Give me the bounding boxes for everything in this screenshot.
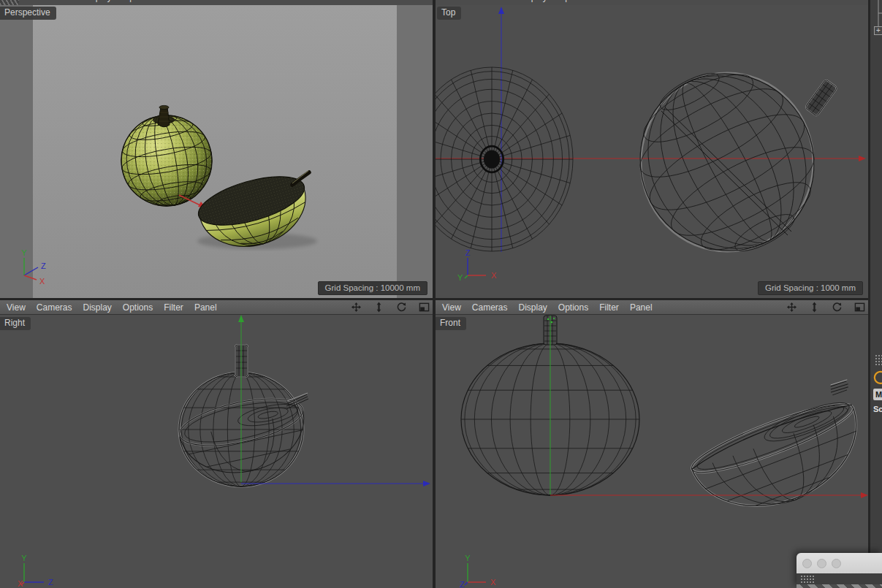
menu-options[interactable]: Options — [558, 0, 588, 2]
menu-display[interactable]: Display — [83, 0, 111, 2]
perspective-scene: Y Z X — [0, 5, 433, 298]
apple-stem — [158, 105, 170, 126]
grid-spacing-badge: Grid Spacing : 10000 mm — [318, 281, 427, 295]
menu-view[interactable]: View — [442, 0, 461, 2]
apple-object[interactable] — [114, 105, 219, 213]
floating-window-content-edge — [797, 584, 882, 588]
front-canvas[interactable]: Y Z X — [436, 315, 868, 588]
menu-filter[interactable]: Filter — [599, 302, 619, 313]
gizmo-z-label: Z — [41, 261, 46, 270]
maximize-icon[interactable] — [854, 302, 865, 313]
perspective-canvas[interactable]: Y Z X — [0, 5, 433, 298]
menu-cameras[interactable]: Cameras — [472, 0, 508, 2]
window-close-button[interactable] — [802, 559, 812, 568]
menu-panel[interactable]: Panel — [194, 302, 217, 313]
menu-panel[interactable]: Panel — [630, 0, 653, 2]
window-zoom-button[interactable] — [832, 559, 841, 568]
viewport-splitter-horizontal[interactable] — [0, 298, 868, 300]
rotate-icon[interactable] — [831, 302, 843, 313]
right-scene: Y X Z — [0, 315, 433, 588]
menu-filter[interactable]: Filter — [164, 0, 183, 2]
rotate-tool-icon[interactable] — [873, 370, 882, 386]
menu-cameras[interactable]: Cameras — [37, 302, 72, 313]
menubar-grip[interactable] — [0, 0, 19, 5]
gizmo-y-label: Y — [457, 273, 463, 282]
apple-half-object-frontview[interactable] — [680, 375, 868, 530]
axis-gizmo: Y Z X — [460, 554, 496, 588]
menu-view[interactable]: View — [442, 302, 461, 313]
x-axis-arrowhead — [859, 156, 866, 161]
apple-half-object-topview[interactable] — [608, 42, 845, 283]
grid-spacing-badge: Grid Spacing : 1000 mm — [758, 281, 863, 295]
viewport-perspective: View Cameras Display Options Filter Pane… — [0, 0, 433, 298]
gizmo-y-label: Y — [21, 248, 27, 257]
z-axis-arrowhead — [498, 7, 504, 14]
pan-icon[interactable] — [350, 302, 362, 313]
gizmo-z-label: Z — [460, 580, 465, 588]
apple-object-topview[interactable] — [436, 67, 573, 251]
floating-window-titlebar[interactable] — [797, 553, 882, 573]
axis-gizmo: Y X Z — [18, 554, 53, 588]
menu-display[interactable]: Display — [518, 302, 547, 313]
gizmo-x-label: X — [491, 271, 497, 280]
gizmo-x-label: X — [39, 277, 45, 286]
axis-gizmo: Z Y X — [457, 248, 497, 282]
gizmo-x-label: X — [490, 578, 496, 587]
floating-window — [797, 553, 882, 588]
viewport-splitter-vertical[interactable] — [433, 0, 436, 588]
mode-chip[interactable]: M — [873, 389, 882, 400]
panel-truncated-label: Sc — [873, 405, 882, 413]
gizmo-z-label: Z — [48, 578, 53, 587]
z-axis-arrowhead — [423, 481, 430, 486]
menu-cameras[interactable]: Cameras — [472, 302, 508, 313]
maximize-icon[interactable] — [418, 302, 430, 313]
gizmo-x-label: X — [18, 579, 23, 588]
right-canvas[interactable]: Y X Z — [0, 315, 433, 588]
viewport-label: Right — [0, 317, 31, 330]
front-scene: Y Z X — [436, 315, 868, 588]
app-window: View Cameras Display Options Filter Pane… — [0, 0, 882, 588]
menu-panel[interactable]: Panel — [630, 302, 653, 313]
viewport-top: View Cameras Display Options Filter Pane… — [436, 0, 868, 298]
toolbar-grip[interactable] — [800, 575, 815, 583]
menu-panel[interactable]: Panel — [194, 0, 217, 2]
top-menubar-clipped[interactable]: View Cameras Display Options Filter Pane… — [436, 0, 868, 5]
menu-cameras[interactable]: Cameras — [37, 0, 72, 2]
menu-display[interactable]: Display — [518, 0, 547, 2]
floating-window-toolbar — [797, 573, 882, 584]
apple-half-stem — [805, 80, 837, 117]
axis-gizmo: Y Z X — [21, 248, 46, 286]
menu-options[interactable]: Options — [123, 302, 153, 313]
panel-grip[interactable] — [875, 354, 882, 366]
gizmo-y-label: Y — [465, 554, 471, 562]
viewport-label: Perspective — [0, 7, 56, 20]
viewport-right: View Cameras Display Options Filter Pane… — [0, 300, 433, 588]
viewport-menubar: View Cameras Display Options Filter Pane… — [436, 300, 868, 315]
viewport-menubar: View Cameras Display Options Filter Pane… — [0, 300, 433, 315]
gizmo-z-label: Z — [465, 248, 471, 257]
rotate-icon[interactable] — [395, 302, 407, 313]
perspective-menubar-clipped[interactable]: View Cameras Display Options Filter Pane… — [0, 0, 433, 5]
menu-filter[interactable]: Filter — [164, 302, 183, 313]
menu-options[interactable]: Options — [558, 302, 588, 313]
top-canvas[interactable]: Z Y X — [436, 5, 868, 298]
menu-filter[interactable]: Filter — [599, 0, 619, 2]
viewport-label: Front — [436, 317, 466, 330]
viewport-label: Top — [437, 7, 461, 20]
zoom-icon[interactable] — [808, 302, 820, 313]
top-scene: Z Y X — [436, 5, 868, 298]
y-axis-arrowhead — [238, 315, 244, 322]
viewport-front: View Cameras Display Options Filter Pane… — [436, 300, 868, 588]
x-axis-arrowhead — [861, 492, 868, 498]
window-minimize-button[interactable] — [817, 559, 826, 568]
pan-icon[interactable] — [786, 302, 797, 313]
menu-options[interactable]: Options — [123, 0, 153, 2]
menu-display[interactable]: Display — [83, 302, 111, 313]
menu-view[interactable]: View — [7, 302, 26, 313]
gizmo-y-label: Y — [21, 554, 27, 562]
zoom-icon[interactable] — [373, 302, 384, 313]
viewport-menubar: View Cameras Display Options Filter Pane… — [0, 0, 433, 4]
side-panel-edge: + M Sc — [868, 0, 882, 588]
tree-expand-toggle[interactable]: + — [874, 26, 882, 35]
